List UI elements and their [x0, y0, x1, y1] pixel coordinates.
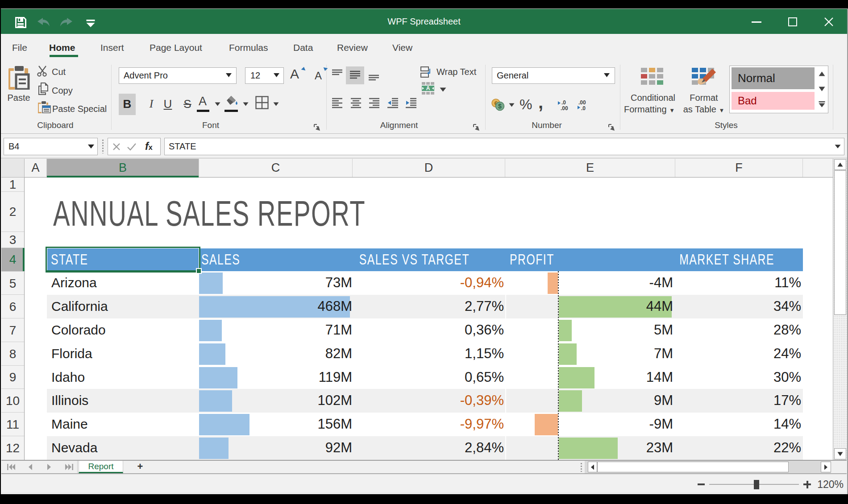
svg-text:$: $	[498, 103, 502, 110]
svg-text:A: A	[426, 85, 430, 91]
svg-text:.0: .0	[561, 99, 566, 106]
svg-text:.00: .00	[578, 99, 586, 106]
svg-text:.0: .0	[581, 105, 586, 111]
svg-text:.00: .00	[561, 105, 568, 111]
